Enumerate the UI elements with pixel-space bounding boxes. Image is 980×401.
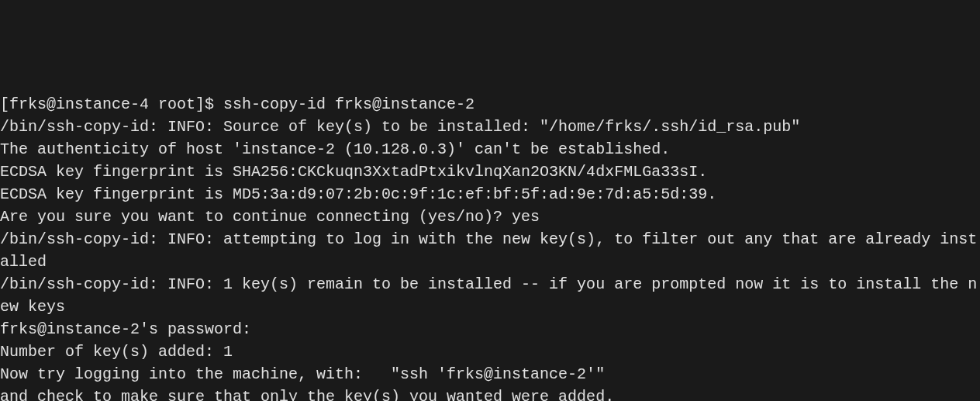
shell-command: ssh-copy-id frks@instance-2 xyxy=(223,95,474,113)
output-line: and check to make sure that only the key… xyxy=(0,385,980,401)
shell-prompt: [frks@instance-4 root]$ xyxy=(0,95,223,113)
output-line: Are you sure you want to continue connec… xyxy=(0,206,980,228)
output-line: ECDSA key fingerprint is MD5:3a:d9:07:2b… xyxy=(0,183,980,206)
command-line: [frks@instance-4 root]$ ssh-copy-id frks… xyxy=(0,93,980,116)
output-line: /bin/ssh-copy-id: INFO: Source of key(s)… xyxy=(0,116,980,138)
output-line: frks@instance-2's password: xyxy=(0,318,980,341)
terminal-output[interactable]: [frks@instance-4 root]$ ssh-copy-id frks… xyxy=(0,93,980,401)
output-line: Number of key(s) added: 1 xyxy=(0,341,980,363)
output-line: /bin/ssh-copy-id: INFO: 1 key(s) remain … xyxy=(0,273,980,318)
output-line: The authenticity of host 'instance-2 (10… xyxy=(0,138,980,161)
output-line: Now try logging into the machine, with: … xyxy=(0,363,980,385)
output-line: /bin/ssh-copy-id: INFO: attempting to lo… xyxy=(0,228,980,273)
output-line: ECDSA key fingerprint is SHA256:CKCkuqn3… xyxy=(0,161,980,183)
